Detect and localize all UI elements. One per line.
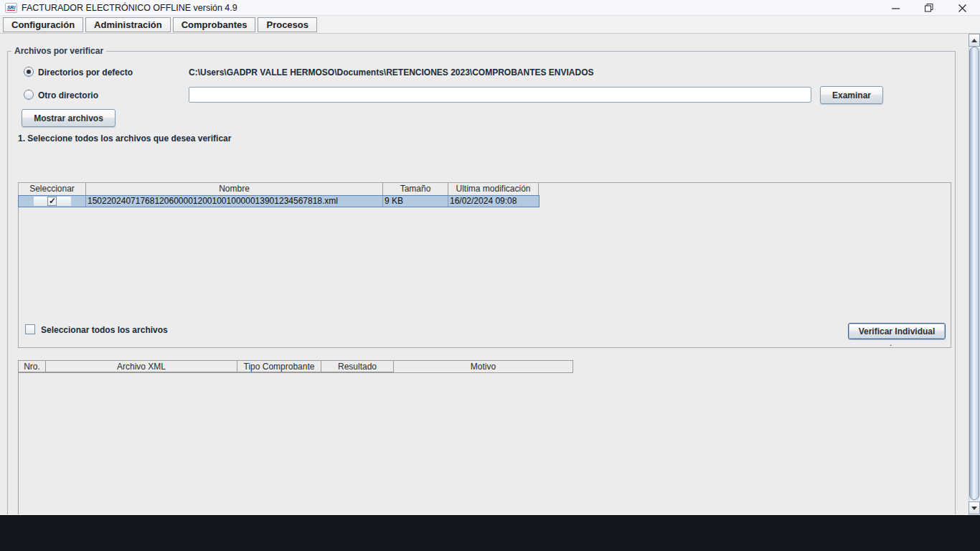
restore-button[interactable]: [913, 0, 946, 16]
menu-comprobantes[interactable]: Comprobantes: [173, 17, 256, 32]
checkbox-unchecked-icon: [25, 324, 35, 334]
verificar-individual-button[interactable]: Verificar Individual: [848, 323, 946, 339]
row-checkbox-checked-icon[interactable]: [47, 197, 57, 206]
minimize-button[interactable]: [879, 0, 912, 16]
files-table-header: Seleccionar Nombre Tamaño Ultima modific…: [19, 183, 951, 196]
mostrar-archivos-button[interactable]: Mostrar archivos: [22, 109, 116, 127]
scroll-down-button[interactable]: [969, 501, 980, 514]
results-table-header: Nro. Archivo XML Tipo Comprobante Result…: [18, 360, 573, 373]
radio-otro-directorio[interactable]: Otro directorio: [24, 90, 138, 101]
row-nombre: 1502202407176812060000120010010000013901…: [86, 196, 383, 207]
radio-directorios-por-defecto[interactable]: Directorios por defecto: [24, 67, 182, 78]
results-table-left-border: [18, 373, 19, 514]
groupbox-title: Archivos por verificar: [11, 46, 106, 56]
col-tamano[interactable]: Tamaño: [383, 183, 448, 196]
row-checkbox-cell[interactable]: [19, 196, 86, 207]
col-nombre[interactable]: Nombre: [86, 183, 383, 196]
menu-configuracion[interactable]: Configuración: [3, 17, 83, 32]
menu-administracion[interactable]: Administración: [85, 17, 171, 32]
col-ultima-modificacion[interactable]: Ultima modificación: [448, 183, 539, 196]
col-tipo-comprobante[interactable]: Tipo Comprobante: [237, 361, 321, 372]
main-content: Archivos por verificar Directorios por d…: [0, 34, 980, 515]
close-button[interactable]: [946, 0, 979, 16]
stray-dot: .: [890, 338, 892, 348]
groupbox-border-top: [7, 51, 956, 52]
row-tamano: 9 KB: [383, 196, 448, 207]
window-title: FACTURADOR ELECTRÓNICO OFFLINE versión 4…: [22, 3, 237, 13]
title-bar: SRi FACTURADOR ELECTRÓNICO OFFLINE versi…: [0, 0, 980, 16]
row-ultima-modificacion: 16/02/2024 09:08: [448, 196, 539, 207]
radio-selected-icon: [24, 67, 34, 77]
groupbox-border-right: [955, 51, 956, 514]
select-all-checkbox[interactable]: Seleccionar todos los archivos: [25, 324, 190, 336]
col-motivo[interactable]: Motivo: [394, 361, 573, 372]
radio-unselected-icon: [24, 90, 34, 100]
scrollbar-thumb[interactable]: [969, 47, 979, 500]
taskbar: 1 24°C Nublado Búsqueda: [0, 515, 980, 551]
menu-bar: Configuración Administración Comprobante…: [0, 16, 980, 34]
table-row[interactable]: 1502202407176812060000120010010000013901…: [19, 196, 539, 207]
scroll-up-button[interactable]: [969, 34, 980, 47]
otro-directorio-input[interactable]: [189, 87, 811, 103]
examinar-button[interactable]: Examinar: [820, 86, 883, 104]
step1-label: 1. Seleccione todos los archivos que des…: [18, 133, 231, 143]
col-resultado[interactable]: Resultado: [321, 361, 394, 372]
col-seleccionar[interactable]: Seleccionar: [19, 183, 86, 196]
default-directory-path: C:\Users\GADPR VALLE HERMOSO\Documents\R…: [189, 67, 594, 77]
col-archivo-xml[interactable]: Archivo XML: [46, 361, 237, 372]
groupbox-border-left: [7, 51, 8, 514]
sri-app-icon: SRi: [5, 3, 17, 13]
files-table: Seleccionar Nombre Tamaño Ultima modific…: [18, 182, 951, 348]
menu-procesos[interactable]: Procesos: [258, 17, 317, 32]
col-nro[interactable]: Nro.: [19, 361, 46, 372]
